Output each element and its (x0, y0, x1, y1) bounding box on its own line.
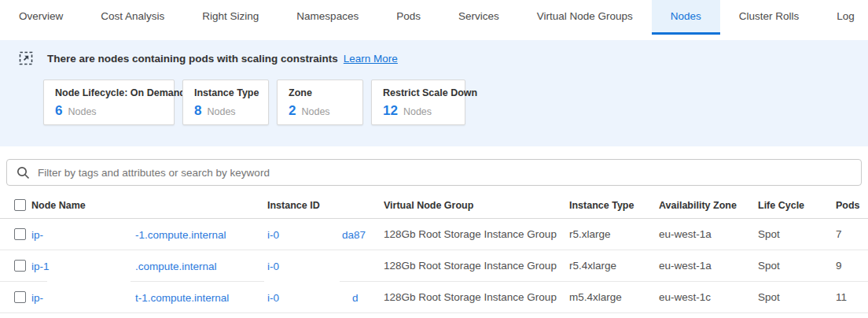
life-cycle: Spot (758, 228, 836, 240)
scaling-constraints-banner: There are nodes containing pods with sca… (0, 40, 868, 146)
card-title: Restrict Scale Down (383, 87, 454, 98)
card-title: Instance Type (194, 87, 257, 98)
constraint-cards: Node Lifecycle: On Demand 6 Nodes Instan… (43, 80, 868, 125)
tab-namespaces[interactable]: Namespaces (278, 0, 377, 35)
row-checkbox[interactable] (14, 260, 26, 272)
tab-overview[interactable]: Overview (0, 0, 82, 35)
col-life-cycle: Life Cycle (758, 200, 836, 211)
card-count: 6 (55, 103, 62, 119)
col-virtual-node-group: Virtual Node Group (384, 200, 569, 211)
nodes-table: Node Name Instance ID Virtual Node Group… (0, 192, 868, 313)
select-all-checkbox[interactable] (14, 199, 26, 211)
card-restrict-scale-down[interactable]: Restrict Scale Down 12 Nodes (371, 80, 465, 125)
table-row[interactable]: ip- t-1.compute.internal i-0 d 128Gb Roo… (0, 282, 868, 313)
life-cycle: Spot (758, 260, 836, 272)
banner-message: There are nodes containing pods with sca… (47, 53, 338, 65)
card-zone[interactable]: Zone 2 Nodes (277, 80, 363, 125)
instance-id-fragment: da87 (342, 228, 366, 240)
table-row[interactable]: ip-1 .compute.internal i-0 128Gb Root St… (0, 250, 868, 282)
node-name-fragment: .compute.internal (135, 260, 217, 272)
node-name-link[interactable]: ip- t-1.compute.internal (31, 282, 267, 312)
instance-type: r5.4xlarge (569, 260, 659, 272)
card-title: Node Lifecycle: On Demand (55, 87, 163, 98)
card-count: 12 (383, 103, 398, 119)
row-checkbox[interactable] (14, 228, 26, 240)
instance-id: i-0 (267, 250, 384, 281)
tab-cost-analysis[interactable]: Cost Analysis (82, 0, 183, 35)
pods-count: 9 (836, 260, 868, 272)
learn-more-link[interactable]: Learn More (344, 53, 398, 65)
instance-type: m5.4xlarge (569, 291, 659, 303)
node-name-fragment: ip-1 (31, 260, 50, 272)
card-node-lifecycle[interactable]: Node Lifecycle: On Demand 6 Nodes (43, 80, 175, 125)
pods-count: 7 (836, 228, 868, 240)
node-name-link[interactable]: ip-1 .compute.internal (31, 250, 267, 281)
availability-zone: eu-west-1c (659, 291, 758, 303)
col-instance-id: Instance ID (267, 200, 384, 211)
tab-virtual-node-groups[interactable]: Virtual Node Groups (518, 0, 652, 35)
availability-zone: eu-west-1a (659, 260, 758, 272)
filter-search-box[interactable] (6, 159, 862, 186)
instance-type: r5.xlarge (569, 228, 659, 240)
tab-nodes[interactable]: Nodes (652, 0, 720, 35)
tab-bar: Overview Cost Analysis Right Sizing Name… (0, 0, 868, 35)
instance-id-fragment: i-0 (267, 228, 279, 240)
redaction-patch (47, 280, 131, 283)
card-unit: Nodes (207, 106, 235, 117)
tab-pods[interactable]: Pods (377, 0, 440, 35)
tab-services[interactable]: Services (440, 0, 518, 35)
pods-count: 11 (836, 291, 868, 303)
col-node-name: Node Name (31, 200, 267, 211)
virtual-node-group: 128Gb Root Storage Instance Group (384, 291, 569, 303)
tab-log[interactable]: Log (818, 0, 868, 35)
instance-id-fragment: i-0 (267, 291, 279, 303)
scale-out-icon (19, 51, 33, 65)
row-checkbox[interactable] (14, 291, 26, 303)
search-icon (17, 166, 30, 179)
instance-id-fragment: i-0 (267, 260, 279, 272)
node-name-link[interactable]: ip- -1.compute.internal (31, 219, 267, 250)
card-unit: Nodes (403, 106, 432, 117)
table-row[interactable]: ip- -1.compute.internal i-0 da87 128Gb R… (0, 219, 868, 250)
availability-zone: eu-west-1a (659, 228, 758, 240)
instance-id: i-0 d (267, 282, 384, 312)
virtual-node-group: 128Gb Root Storage Instance Group (384, 260, 569, 272)
search-input[interactable] (38, 167, 851, 179)
tab-right-sizing[interactable]: Right Sizing (183, 0, 278, 35)
node-name-fragment: -1.compute.internal (135, 228, 226, 240)
instance-id: i-0 da87 (267, 219, 384, 250)
card-count: 8 (194, 103, 201, 119)
node-name-fragment: ip- (31, 291, 43, 303)
card-instance-type[interactable]: Instance Type 8 Nodes (182, 80, 269, 125)
card-unit: Nodes (301, 106, 329, 117)
table-header-row: Node Name Instance ID Virtual Node Group… (0, 192, 868, 219)
col-availability-zone: Availability Zone (659, 200, 758, 211)
card-title: Zone (289, 87, 351, 98)
node-name-fragment: ip- (31, 228, 43, 240)
instance-id-fragment: d (352, 291, 359, 303)
redaction-patch (264, 280, 340, 283)
life-cycle: Spot (758, 291, 836, 303)
virtual-node-group: 128Gb Root Storage Instance Group (384, 228, 569, 240)
col-pods: Pods (836, 200, 868, 211)
card-unit: Nodes (68, 106, 96, 117)
card-count: 2 (289, 103, 296, 119)
col-instance-type: Instance Type (569, 200, 659, 211)
tab-cluster-rolls[interactable]: Cluster Rolls (720, 0, 818, 35)
node-name-fragment: t-1.compute.internal (135, 291, 229, 303)
